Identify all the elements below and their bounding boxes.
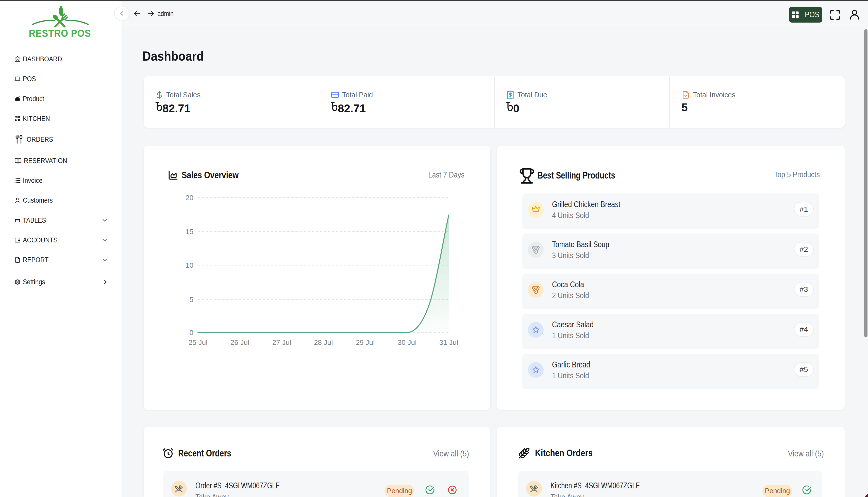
svg-text:20: 20 (185, 194, 193, 202)
svg-text:26 Jul: 26 Jul (231, 339, 249, 346)
svg-text:29 Jul: 29 Jul (356, 339, 375, 346)
svg-text:28 Jul: 28 Jul (314, 339, 333, 346)
svg-text:10: 10 (185, 261, 193, 269)
svg-text:25 Jul: 25 Jul (189, 339, 208, 346)
svg-text:27 Jul: 27 Jul (272, 339, 291, 346)
svg-text:0: 0 (189, 329, 193, 337)
svg-text:5: 5 (189, 296, 193, 303)
svg-text:31 Jul: 31 Jul (439, 339, 458, 346)
svg-text:15: 15 (185, 228, 193, 236)
svg-text:30 Jul: 30 Jul (398, 339, 417, 346)
